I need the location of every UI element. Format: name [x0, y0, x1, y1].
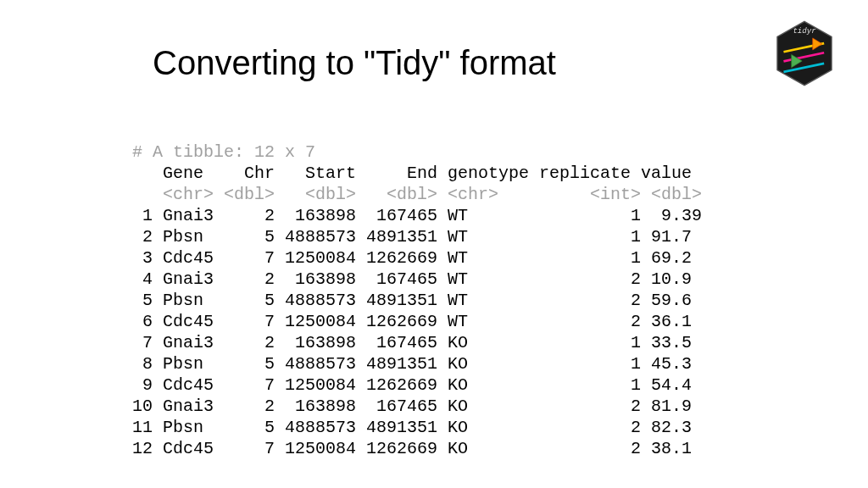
tibble-comment: # A tibble: 12 x 7 [132, 142, 315, 162]
tibble-col-header: Gene Chr Start End genotype replicate va… [132, 164, 692, 183]
tibble-row: 10 Gnai3 2 163898 167465 KO 2 81.9 [132, 396, 702, 416]
tibble-row: 7 Gnai3 2 163898 167465 KO 1 33.5 [132, 333, 702, 352]
tibble-row: 8 Pbsn 5 4888573 4891351 KO 1 45.3 [132, 354, 702, 374]
tibble-col-types: <chr> <dbl> <dbl> <dbl> <chr> <int> <dbl… [132, 185, 702, 204]
tibble-row: 9 Cdc45 7 1250084 1262669 KO 1 54.4 [132, 375, 702, 395]
tibble-row: 5 Pbsn 5 4888573 4891351 WT 2 59.6 [132, 291, 702, 310]
tibble-row: 6 Cdc45 7 1250084 1262669 WT 2 36.1 [132, 312, 702, 331]
tibble-row: 3 Cdc45 7 1250084 1262669 WT 1 69.2 [132, 248, 702, 268]
tibble-row: 1 Gnai3 2 163898 167465 WT 1 9.39 [132, 206, 702, 225]
tidyr-hex-logo: tidyr [775, 20, 834, 86]
tibble-output: # A tibble: 12 x 7 Gene Chr Start End ge… [132, 120, 702, 459]
tibble-row: 11 Pbsn 5 4888573 4891351 KO 2 82.3 [132, 418, 702, 437]
tibble-row: 4 Gnai3 2 163898 167465 WT 2 10.9 [132, 269, 702, 289]
svg-text:tidyr: tidyr [793, 26, 816, 36]
tibble-row: 2 Pbsn 5 4888573 4891351 WT 1 91.7 [132, 227, 702, 247]
tibble-row: 12 Cdc45 7 1250084 1262669 KO 2 38.1 [132, 439, 702, 458]
page-title: Converting to "Tidy" format [153, 44, 556, 82]
